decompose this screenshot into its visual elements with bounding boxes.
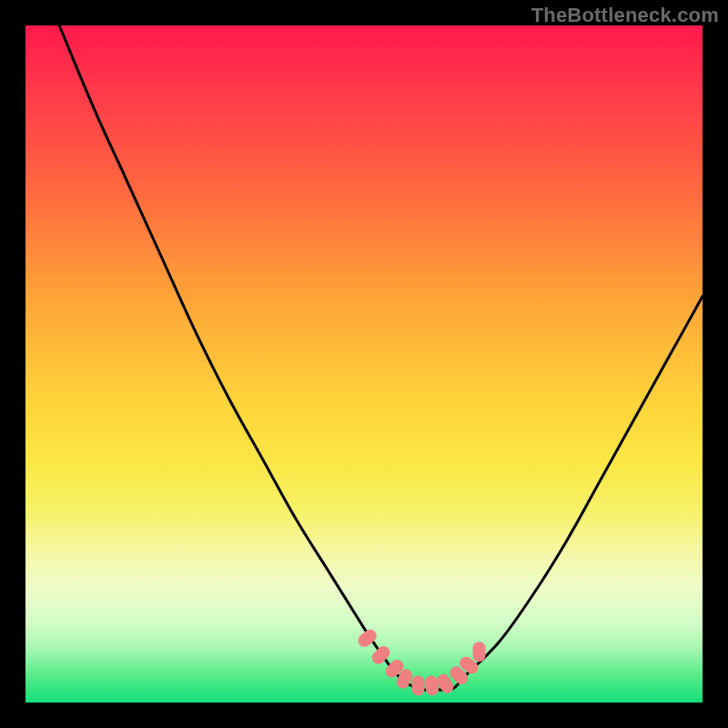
marker-dot <box>424 674 440 696</box>
marker-dot <box>473 642 486 662</box>
chart-svg <box>25 25 703 703</box>
chart-frame: TheBottleneck.com <box>0 0 728 728</box>
marker-dot <box>412 675 425 695</box>
watermark-text: TheBottleneck.com <box>531 4 719 27</box>
marker-dots-group <box>356 627 486 696</box>
bottleneck-curve-path <box>59 25 703 690</box>
